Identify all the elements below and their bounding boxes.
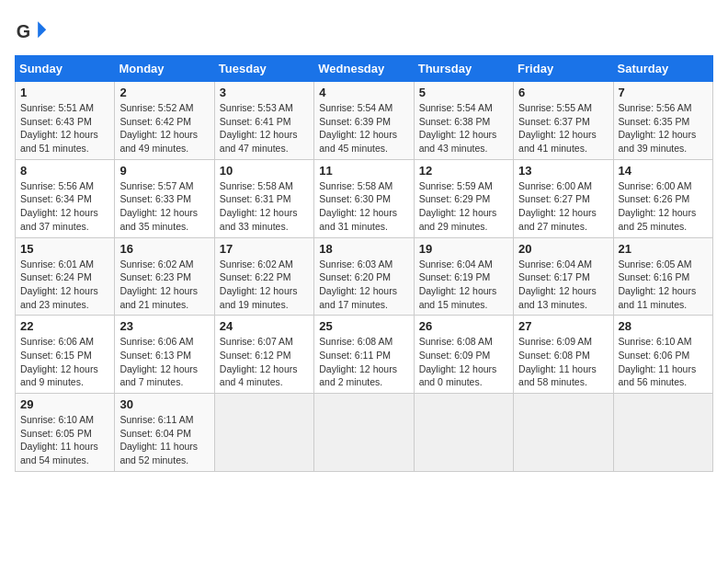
day-number: 10 bbox=[220, 164, 309, 178]
day-info: Sunrise: 5:56 AMSunset: 6:35 PMDaylight:… bbox=[619, 101, 708, 155]
day-of-week-header: Friday bbox=[514, 56, 613, 82]
calendar-day-cell bbox=[214, 394, 313, 472]
calendar-week-row: 22Sunrise: 6:06 AMSunset: 6:15 PMDayligh… bbox=[16, 316, 713, 394]
logo-icon: G bbox=[15, 15, 48, 48]
calendar-day-cell: 4Sunrise: 5:54 AMSunset: 6:39 PMDaylight… bbox=[314, 82, 414, 160]
day-number: 6 bbox=[518, 86, 608, 99]
calendar-day-cell: 5Sunrise: 5:54 AMSunset: 6:38 PMDaylight… bbox=[414, 82, 513, 160]
calendar-day-cell bbox=[514, 394, 613, 472]
calendar-day-cell: 14Sunrise: 6:00 AMSunset: 6:26 PMDayligh… bbox=[613, 159, 712, 237]
calendar-week-row: 15Sunrise: 6:01 AMSunset: 6:24 PMDayligh… bbox=[16, 237, 713, 316]
calendar-week-row: 8Sunrise: 5:56 AMSunset: 6:34 PMDaylight… bbox=[16, 159, 713, 237]
day-number: 27 bbox=[518, 319, 608, 333]
day-number: 26 bbox=[419, 319, 508, 333]
day-number: 1 bbox=[20, 86, 109, 99]
day-info: Sunrise: 6:09 AMSunset: 6:08 PMDaylight:… bbox=[518, 335, 608, 389]
calendar-day-cell bbox=[314, 394, 414, 472]
svg-text:G: G bbox=[17, 21, 30, 41]
day-number: 8 bbox=[20, 164, 109, 178]
day-of-week-header: Tuesday bbox=[214, 56, 313, 82]
day-info: Sunrise: 5:52 AMSunset: 6:42 PMDaylight:… bbox=[119, 101, 209, 155]
day-number: 11 bbox=[319, 164, 408, 178]
calendar-day-cell: 1Sunrise: 5:51 AMSunset: 6:43 PMDaylight… bbox=[16, 82, 115, 160]
calendar-day-cell: 29Sunrise: 6:10 AMSunset: 6:05 PMDayligh… bbox=[16, 394, 115, 472]
calendar-day-cell: 26Sunrise: 6:08 AMSunset: 6:09 PMDayligh… bbox=[414, 316, 513, 394]
calendar-day-cell: 27Sunrise: 6:09 AMSunset: 6:08 PMDayligh… bbox=[514, 316, 613, 394]
calendar-day-cell: 25Sunrise: 6:08 AMSunset: 6:11 PMDayligh… bbox=[314, 316, 414, 394]
day-info: Sunrise: 6:02 AMSunset: 6:22 PMDaylight:… bbox=[220, 258, 309, 312]
day-of-week-header: Thursday bbox=[414, 56, 513, 82]
logo: G bbox=[15, 15, 53, 48]
day-info: Sunrise: 6:01 AMSunset: 6:24 PMDaylight:… bbox=[20, 258, 109, 312]
day-info: Sunrise: 6:04 AMSunset: 6:19 PMDaylight:… bbox=[419, 258, 508, 312]
day-info: Sunrise: 5:58 AMSunset: 6:30 PMDaylight:… bbox=[319, 179, 408, 234]
calendar-day-cell: 24Sunrise: 6:07 AMSunset: 6:12 PMDayligh… bbox=[214, 316, 313, 394]
day-number: 24 bbox=[220, 319, 309, 333]
day-info: Sunrise: 6:06 AMSunset: 6:15 PMDaylight:… bbox=[20, 335, 109, 389]
day-of-week-header: Saturday bbox=[613, 56, 712, 82]
day-info: Sunrise: 5:51 AMSunset: 6:43 PMDaylight:… bbox=[20, 101, 109, 155]
calendar-day-cell: 12Sunrise: 5:59 AMSunset: 6:29 PMDayligh… bbox=[414, 159, 513, 237]
day-number: 13 bbox=[518, 164, 608, 178]
day-number: 28 bbox=[619, 319, 708, 333]
calendar-day-cell bbox=[613, 394, 712, 472]
day-number: 9 bbox=[119, 164, 209, 178]
day-info: Sunrise: 5:54 AMSunset: 6:39 PMDaylight:… bbox=[319, 101, 408, 155]
day-info: Sunrise: 5:53 AMSunset: 6:41 PMDaylight:… bbox=[220, 101, 309, 155]
day-number: 12 bbox=[419, 164, 508, 178]
day-number: 14 bbox=[619, 164, 708, 178]
svg-marker-1 bbox=[38, 21, 46, 38]
day-number: 22 bbox=[20, 319, 109, 333]
day-info: Sunrise: 5:55 AMSunset: 6:37 PMDaylight:… bbox=[518, 101, 608, 155]
day-number: 21 bbox=[619, 242, 708, 256]
day-info: Sunrise: 6:05 AMSunset: 6:16 PMDaylight:… bbox=[619, 258, 708, 312]
day-of-week-header: Wednesday bbox=[314, 56, 414, 82]
day-number: 17 bbox=[220, 242, 309, 256]
day-of-week-header: Sunday bbox=[16, 56, 115, 82]
day-number: 4 bbox=[319, 86, 408, 99]
day-info: Sunrise: 6:08 AMSunset: 6:09 PMDaylight:… bbox=[419, 335, 508, 389]
day-info: Sunrise: 6:00 AMSunset: 6:26 PMDaylight:… bbox=[619, 179, 708, 234]
day-number: 19 bbox=[419, 242, 508, 256]
calendar-day-cell: 6Sunrise: 5:55 AMSunset: 6:37 PMDaylight… bbox=[514, 82, 613, 160]
calendar-day-cell: 9Sunrise: 5:57 AMSunset: 6:33 PMDaylight… bbox=[115, 159, 214, 237]
calendar-day-cell: 21Sunrise: 6:05 AMSunset: 6:16 PMDayligh… bbox=[613, 237, 712, 316]
calendar-header-row: SundayMondayTuesdayWednesdayThursdayFrid… bbox=[16, 56, 713, 82]
day-info: Sunrise: 5:58 AMSunset: 6:31 PMDaylight:… bbox=[220, 179, 309, 234]
day-number: 20 bbox=[518, 242, 608, 256]
day-info: Sunrise: 6:10 AMSunset: 6:05 PMDaylight:… bbox=[20, 413, 109, 467]
day-info: Sunrise: 5:54 AMSunset: 6:38 PMDaylight:… bbox=[419, 101, 508, 155]
calendar-day-cell: 13Sunrise: 6:00 AMSunset: 6:27 PMDayligh… bbox=[514, 159, 613, 237]
day-info: Sunrise: 6:08 AMSunset: 6:11 PMDaylight:… bbox=[319, 335, 408, 389]
day-number: 15 bbox=[20, 242, 109, 256]
day-info: Sunrise: 6:11 AMSunset: 6:04 PMDaylight:… bbox=[119, 413, 209, 467]
day-number: 5 bbox=[419, 86, 508, 99]
day-info: Sunrise: 5:56 AMSunset: 6:34 PMDaylight:… bbox=[20, 179, 109, 234]
day-number: 3 bbox=[220, 86, 309, 99]
day-info: Sunrise: 6:10 AMSunset: 6:06 PMDaylight:… bbox=[619, 335, 708, 389]
calendar-week-row: 1Sunrise: 5:51 AMSunset: 6:43 PMDaylight… bbox=[16, 82, 713, 160]
calendar-day-cell: 18Sunrise: 6:03 AMSunset: 6:20 PMDayligh… bbox=[314, 237, 414, 316]
day-number: 23 bbox=[119, 319, 209, 333]
calendar-day-cell: 20Sunrise: 6:04 AMSunset: 6:17 PMDayligh… bbox=[514, 237, 613, 316]
calendar-day-cell: 30Sunrise: 6:11 AMSunset: 6:04 PMDayligh… bbox=[115, 394, 214, 472]
day-number: 16 bbox=[119, 242, 209, 256]
calendar-day-cell: 7Sunrise: 5:56 AMSunset: 6:35 PMDaylight… bbox=[613, 82, 712, 160]
day-info: Sunrise: 6:06 AMSunset: 6:13 PMDaylight:… bbox=[119, 335, 209, 389]
calendar-day-cell: 19Sunrise: 6:04 AMSunset: 6:19 PMDayligh… bbox=[414, 237, 513, 316]
calendar-week-row: 29Sunrise: 6:10 AMSunset: 6:05 PMDayligh… bbox=[16, 394, 713, 472]
calendar-day-cell: 28Sunrise: 6:10 AMSunset: 6:06 PMDayligh… bbox=[613, 316, 712, 394]
day-info: Sunrise: 6:00 AMSunset: 6:27 PMDaylight:… bbox=[518, 179, 608, 234]
day-info: Sunrise: 5:57 AMSunset: 6:33 PMDaylight:… bbox=[119, 179, 209, 234]
day-number: 30 bbox=[119, 397, 209, 411]
day-of-week-header: Monday bbox=[115, 56, 214, 82]
day-info: Sunrise: 6:04 AMSunset: 6:17 PMDaylight:… bbox=[518, 258, 608, 312]
day-info: Sunrise: 6:03 AMSunset: 6:20 PMDaylight:… bbox=[319, 258, 408, 312]
day-info: Sunrise: 6:02 AMSunset: 6:23 PMDaylight:… bbox=[119, 258, 209, 312]
day-number: 2 bbox=[119, 86, 209, 99]
calendar-day-cell: 22Sunrise: 6:06 AMSunset: 6:15 PMDayligh… bbox=[16, 316, 115, 394]
calendar-table: SundayMondayTuesdayWednesdayThursdayFrid… bbox=[15, 55, 713, 472]
calendar-day-cell: 11Sunrise: 5:58 AMSunset: 6:30 PMDayligh… bbox=[314, 159, 414, 237]
calendar-day-cell bbox=[414, 394, 513, 472]
day-number: 25 bbox=[319, 319, 408, 333]
